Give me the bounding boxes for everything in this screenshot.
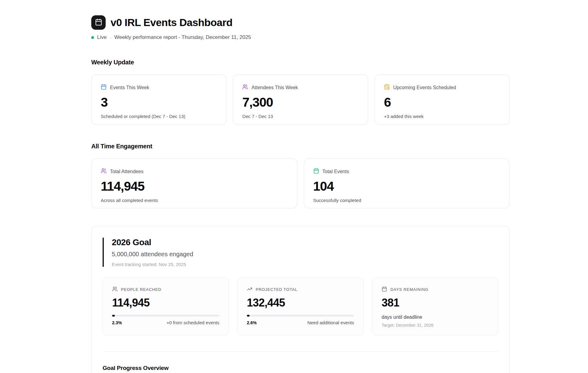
users-icon — [242, 84, 248, 91]
card-label: Upcoming Events Scheduled — [393, 85, 456, 90]
users-icon — [101, 168, 107, 175]
progress-bar-fill — [247, 315, 250, 317]
goal-accent-bar — [103, 238, 104, 267]
events-this-week-card: Events This Week 3 Scheduled or complete… — [91, 74, 226, 125]
card-subtext: Across all completed events — [101, 198, 288, 203]
card-subtext: +3 added this week — [384, 114, 500, 119]
days-subtext: days until deadline — [382, 314, 489, 320]
live-status-dot — [91, 36, 94, 39]
card-label: Total Attendees — [110, 169, 143, 174]
goal-subtitle: 5,000,000 attendees engaged — [112, 251, 193, 258]
goal-progress-overview-heading: Goal Progress Overview — [103, 365, 498, 371]
total-events-card: Total Events 104 Successfully completed — [304, 158, 510, 208]
report-subtitle: Weekly performance report - Thursday, De… — [114, 34, 251, 40]
progress-bar — [247, 315, 354, 317]
progress-note: +0 from scheduled events — [167, 320, 219, 325]
calendar-icon — [382, 286, 387, 293]
goal-card: 2026 Goal 5,000,000 attendees engaged Ev… — [91, 226, 510, 373]
weekly-update-heading: Weekly Update — [91, 59, 510, 66]
calendar-icon — [313, 168, 319, 175]
goal-stat-value: 381 — [382, 296, 489, 309]
total-attendees-card: Total Attendees 114,945 Across all compl… — [91, 158, 297, 208]
all-time-cards-row: Total Attendees 114,945 Across all compl… — [91, 158, 510, 208]
dashboard-page: v0 IRL Events Dashboard Live · Weekly pe… — [91, 0, 510, 373]
card-value: 114,945 — [101, 179, 288, 194]
goal-tracking-note: Event tracking started: Nov 25, 2025 — [112, 262, 193, 267]
card-value: 6 — [384, 95, 500, 110]
card-value: 104 — [313, 179, 500, 194]
card-value: 7,300 — [242, 95, 358, 110]
goal-stat-label: DAYS REMAINING — [390, 287, 428, 292]
calendar-icon — [101, 84, 107, 91]
progress-bar — [112, 315, 219, 317]
card-label: Events This Week — [110, 85, 149, 90]
calendar-icon — [95, 18, 102, 27]
progress-percent-label: 2.6% — [247, 320, 257, 325]
attendees-this-week-card: Attendees This Week 7,300 Dec 7 - Dec 13 — [233, 74, 368, 125]
app-logo — [91, 15, 106, 30]
card-label: Total Events — [322, 169, 349, 174]
people-reached-card: PEOPLE REACHED 114,945 2.3% +0 from sche… — [103, 277, 229, 335]
page-header: v0 IRL Events Dashboard — [91, 15, 510, 30]
goal-header: 2026 Goal 5,000,000 attendees engaged Ev… — [103, 238, 498, 267]
days-remaining-card: DAYS REMAINING 381 days until deadline T… — [372, 277, 498, 335]
live-status-label: Live — [97, 34, 107, 40]
projected-total-card: PROJECTED TOTAL 132,445 2.6% Need additi… — [237, 277, 364, 335]
page-title: v0 IRL Events Dashboard — [111, 17, 232, 29]
card-subtext: Dec 7 - Dec 13 — [242, 114, 358, 119]
goal-stat-label: PEOPLE REACHED — [121, 287, 161, 292]
goal-stat-value: 132,445 — [247, 296, 354, 309]
card-value: 3 — [101, 95, 217, 110]
progress-percent-label: 2.3% — [112, 320, 122, 325]
goal-stat-label: PROJECTED TOTAL — [256, 287, 297, 292]
calendar-clock-icon — [384, 84, 390, 91]
users-icon — [112, 286, 118, 293]
card-subtext: Scheduled or completed (Dec 7 - Dec 13) — [101, 114, 217, 119]
days-target: Target: December 31, 2026 — [382, 323, 489, 328]
all-time-heading: All Time Engagement — [91, 143, 510, 150]
card-subtext: Successfully completed — [313, 198, 500, 203]
weekly-cards-row: Events This Week 3 Scheduled or complete… — [91, 74, 510, 125]
status-separator: · — [110, 35, 111, 40]
goal-title: 2026 Goal — [112, 238, 193, 247]
status-bar: Live · Weekly performance report - Thurs… — [91, 34, 510, 40]
progress-bar-fill — [112, 315, 115, 317]
card-label: Attendees This Week — [251, 85, 298, 90]
trending-up-icon — [247, 286, 252, 293]
upcoming-events-card: Upcoming Events Scheduled 6 +3 added thi… — [375, 74, 510, 125]
goal-divider — [103, 351, 498, 352]
goal-stat-value: 114,945 — [112, 296, 219, 309]
progress-note: Need additional events — [307, 320, 354, 325]
goal-stats-row: PEOPLE REACHED 114,945 2.3% +0 from sche… — [103, 277, 498, 335]
